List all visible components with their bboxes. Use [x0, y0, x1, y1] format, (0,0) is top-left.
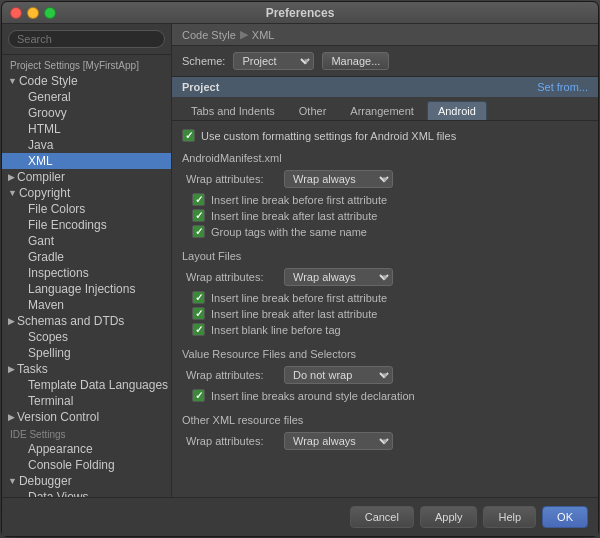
sidebar-item-tasks[interactable]: Tasks — [2, 361, 171, 377]
section-header: Project Set from... — [172, 77, 598, 97]
apply-button[interactable]: Apply — [420, 506, 478, 528]
am-check-3[interactable] — [192, 225, 205, 238]
lf-check-1-row: Insert line break before first attribute — [192, 291, 588, 304]
sidebar-item-compiler[interactable]: Compiler — [2, 169, 171, 185]
sidebar-item-label: Code Style — [19, 74, 78, 88]
lf-wrap-attr-select[interactable]: Wrap always Do not wrap Wrap if long — [284, 268, 393, 286]
sidebar-item-label: Tasks — [17, 362, 48, 376]
am-check-3-row: Group tags with the same name — [192, 225, 588, 238]
sidebar-item-data-views[interactable]: Data Views — [2, 489, 171, 497]
wrap-select-wrapper-am: Wrap always Do not wrap Wrap if long — [284, 170, 393, 188]
scheme-select[interactable]: Project — [233, 52, 314, 70]
sidebar-item-terminal[interactable]: Terminal — [2, 393, 171, 409]
maximize-button[interactable] — [44, 7, 56, 19]
scheme-bar: Scheme: Project Manage... — [172, 46, 598, 77]
sidebar-item-copyright[interactable]: Copyright — [2, 185, 171, 201]
am-check-2[interactable] — [192, 209, 205, 222]
sidebar-item-console-folding[interactable]: Console Folding — [2, 457, 171, 473]
use-custom-checkbox[interactable] — [182, 129, 195, 142]
sidebar-item-schemas-dtds[interactable]: Schemas and DTDs — [2, 313, 171, 329]
arrow-icon — [8, 476, 17, 486]
help-button[interactable]: Help — [483, 506, 536, 528]
cancel-button[interactable]: Cancel — [350, 506, 414, 528]
lf-check-2-row: Insert line break after last attribute — [192, 307, 588, 320]
sidebar-item-appearance[interactable]: Appearance — [2, 441, 171, 457]
lf-check-3-row: Insert blank line before tag — [192, 323, 588, 336]
sidebar-item-version-control[interactable]: Version Control — [2, 409, 171, 425]
layout-files-title: Layout Files — [182, 250, 588, 262]
use-custom-label: Use custom formatting settings for Andro… — [201, 130, 456, 142]
sidebar-item-label: Schemas and DTDs — [17, 314, 124, 328]
window-title: Preferences — [266, 6, 335, 20]
sidebar-item-html[interactable]: HTML — [2, 121, 171, 137]
wrap-attr-label: Wrap attributes: — [186, 173, 276, 185]
breadcrumb-code-style: Code Style — [182, 29, 236, 41]
am-check-1-label: Insert line break before first attribute — [211, 194, 387, 206]
sidebar-item-label: Compiler — [17, 170, 65, 184]
breadcrumb-xml: XML — [252, 29, 275, 41]
wrap-attr-select-am[interactable]: Wrap always Do not wrap Wrap if long — [284, 170, 393, 188]
breadcrumb-separator: ▶ — [240, 28, 248, 41]
sidebar-item-label: Debugger — [19, 474, 72, 488]
vr-wrap-row: Wrap attributes: Do not wrap Wrap always… — [182, 366, 588, 384]
lf-wrap-select-wrapper: Wrap always Do not wrap Wrap if long — [284, 268, 393, 286]
am-check-2-row: Insert line break after last attribute — [192, 209, 588, 222]
sidebar-item-maven[interactable]: Maven — [2, 297, 171, 313]
sidebar-item-inspections[interactable]: Inspections — [2, 265, 171, 281]
sidebar-item-spelling[interactable]: Spelling — [2, 345, 171, 361]
sidebar-item-language-injections[interactable]: Language Injections — [2, 281, 171, 297]
sidebar-item-file-encodings[interactable]: File Encodings — [2, 217, 171, 233]
sidebar-item-general[interactable]: General — [2, 89, 171, 105]
lf-check-2[interactable] — [192, 307, 205, 320]
sidebar-item-groovy[interactable]: Groovy — [2, 105, 171, 121]
sidebar-item-gradle[interactable]: Gradle — [2, 249, 171, 265]
tab-tabs-indents[interactable]: Tabs and Indents — [180, 101, 286, 120]
breadcrumb: Code Style ▶ XML — [172, 24, 598, 46]
layout-wrap-row: Wrap attributes: Wrap always Do not wrap… — [182, 268, 588, 286]
am-check-1[interactable] — [192, 193, 205, 206]
ide-settings-label: IDE Settings — [2, 425, 171, 441]
sidebar-item-scopes[interactable]: Scopes — [2, 329, 171, 345]
sidebar-item-label: Version Control — [17, 410, 99, 424]
ox-wrap-select-wrapper: Wrap always Do not wrap Wrap if long — [284, 432, 393, 450]
arrow-icon — [8, 188, 17, 198]
lf-check-3[interactable] — [192, 323, 205, 336]
section-title: Project — [182, 81, 219, 93]
vr-wrap-select-wrapper: Do not wrap Wrap always Wrap if long — [284, 366, 393, 384]
search-input[interactable] — [8, 30, 165, 48]
sidebar-item-xml[interactable]: XML — [2, 153, 171, 169]
project-settings-label: Project Settings [MyFirstApp] — [2, 59, 171, 73]
arrow-icon — [8, 412, 15, 422]
tab-arrangement[interactable]: Arrangement — [339, 101, 425, 120]
vr-check-1[interactable] — [192, 389, 205, 402]
vr-check-1-label: Insert line breaks around style declarat… — [211, 390, 415, 402]
am-check-3-label: Group tags with the same name — [211, 226, 367, 238]
set-from-link[interactable]: Set from... — [537, 81, 588, 93]
sidebar-item-code-style[interactable]: Code Style — [2, 73, 171, 89]
sidebar-tree: Project Settings [MyFirstApp] Code Style… — [2, 55, 171, 497]
other-xml-section: Other XML resource files Wrap attributes… — [182, 414, 588, 450]
close-button[interactable] — [10, 7, 22, 19]
tab-android[interactable]: Android — [427, 101, 487, 120]
sidebar-item-debugger[interactable]: Debugger — [2, 473, 171, 489]
footer: Cancel Apply Help OK — [2, 497, 598, 536]
android-manifest-title: AndroidManifest.xml — [182, 152, 588, 164]
sidebar: Project Settings [MyFirstApp] Code Style… — [2, 24, 172, 497]
sidebar-item-file-colors[interactable]: File Colors — [2, 201, 171, 217]
value-resource-title: Value Resource Files and Selectors — [182, 348, 588, 360]
window-controls — [10, 7, 56, 19]
minimize-button[interactable] — [27, 7, 39, 19]
lf-check-1[interactable] — [192, 291, 205, 304]
sidebar-item-java[interactable]: Java — [2, 137, 171, 153]
lf-wrap-attr-label: Wrap attributes: — [186, 271, 276, 283]
vr-wrap-attr-select[interactable]: Do not wrap Wrap always Wrap if long — [284, 366, 393, 384]
arrow-icon — [8, 364, 15, 374]
sidebar-item-gant[interactable]: Gant — [2, 233, 171, 249]
tab-other[interactable]: Other — [288, 101, 338, 120]
ox-wrap-attr-select[interactable]: Wrap always Do not wrap Wrap if long — [284, 432, 393, 450]
lf-check-1-label: Insert line break before first attribute — [211, 292, 387, 304]
sidebar-item-template-data-languages[interactable]: Template Data Languages — [2, 377, 171, 393]
ox-wrap-row: Wrap attributes: Wrap always Do not wrap… — [182, 432, 588, 450]
ok-button[interactable]: OK — [542, 506, 588, 528]
manage-button[interactable]: Manage... — [322, 52, 389, 70]
